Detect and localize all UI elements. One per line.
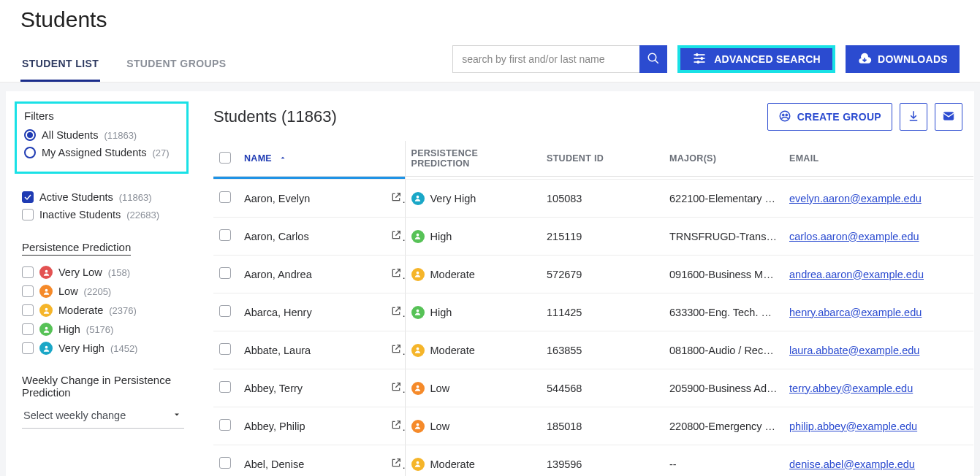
col-studentid-header[interactable]: STUDENT ID bbox=[541, 141, 664, 177]
email-link[interactable]: philip.abbey@example.edu bbox=[789, 421, 917, 432]
row-checkbox[interactable] bbox=[219, 191, 231, 203]
search-icon bbox=[647, 52, 660, 67]
cell-email: terry.abbey@example.edu bbox=[783, 369, 973, 407]
email-link[interactable]: laura.abbate@example.edu bbox=[789, 345, 919, 356]
filter-label: Inactive Students bbox=[39, 209, 121, 220]
search-input[interactable] bbox=[452, 45, 639, 73]
downloads-label: DOWNLOADS bbox=[878, 53, 948, 65]
filter-inactive-students[interactable]: Inactive Students (22683) bbox=[22, 209, 184, 220]
main-panel: Students (11863) CREATE GROUP bbox=[197, 91, 974, 476]
main-actions: CREATE GROUP bbox=[767, 103, 962, 131]
filter-label: Active Students bbox=[39, 191, 113, 203]
cell-name[interactable]: Aaron, Carlos bbox=[238, 218, 384, 256]
open-external-icon[interactable] bbox=[390, 193, 402, 205]
weekly-change-select[interactable]: Select weekly change bbox=[22, 403, 184, 429]
filter-active-students[interactable]: Active Students (11863) bbox=[22, 191, 184, 203]
open-external-icon[interactable] bbox=[390, 383, 402, 395]
scope-my-assigned[interactable]: My Assigned Students (27) bbox=[24, 147, 179, 158]
scope-all-students[interactable]: All Students (11863) bbox=[24, 129, 179, 141]
row-checkbox[interactable] bbox=[219, 229, 231, 241]
advanced-search-button[interactable]: ADVANCED SEARCH bbox=[677, 45, 835, 73]
cell-email: denise.abel@example.edu bbox=[783, 445, 973, 477]
filters-icon bbox=[692, 51, 707, 68]
svg-point-20 bbox=[417, 272, 419, 275]
cloud-download-icon bbox=[857, 51, 872, 68]
create-group-button[interactable]: CREATE GROUP bbox=[767, 103, 892, 131]
filter-level-very-low[interactable]: Very Low(158) bbox=[22, 266, 184, 279]
scope-label: All Students bbox=[42, 129, 98, 141]
cell-student-id: 215119 bbox=[541, 218, 664, 256]
cell-name[interactable]: Abel, Denise bbox=[238, 445, 384, 477]
row-checkbox[interactable] bbox=[219, 343, 231, 355]
filter-count: (1452) bbox=[110, 343, 138, 354]
email-link[interactable]: terry.abbey@example.edu bbox=[789, 383, 913, 394]
row-checkbox[interactable] bbox=[219, 381, 231, 393]
radio-icon bbox=[24, 129, 36, 141]
filter-level-low[interactable]: Low(2205) bbox=[22, 285, 184, 298]
page-body: Filters All Students (11863) My Assigned… bbox=[0, 82, 980, 476]
checkbox-icon bbox=[22, 323, 34, 335]
col-name-header[interactable]: NAME bbox=[238, 141, 384, 177]
filter-level-high[interactable]: High(5176) bbox=[22, 323, 184, 336]
filter-count: (22683) bbox=[126, 210, 159, 220]
email-link[interactable]: andrea.aaron@example.edu bbox=[789, 269, 924, 280]
open-external-icon[interactable] bbox=[390, 269, 402, 281]
table-row: Abbey, PhilipLow185018220800-Emergency M… bbox=[213, 407, 973, 445]
cell-email: carlos.aaron@example.edu bbox=[783, 218, 973, 256]
open-external-icon[interactable] bbox=[390, 459, 402, 471]
tab-student-groups[interactable]: STUDENT GROUPS bbox=[125, 50, 227, 82]
cell-name[interactable]: Aaron, Evelyn bbox=[238, 180, 384, 218]
email-link[interactable]: denise.abel@example.edu bbox=[789, 458, 915, 470]
email-link[interactable]: carlos.aaron@example.edu bbox=[789, 231, 919, 242]
downloads-button[interactable]: DOWNLOADS bbox=[846, 45, 960, 73]
col-prediction-header[interactable]: PERSISTENCE PREDICTION bbox=[405, 141, 541, 177]
tab-student-list[interactable]: STUDENT LIST bbox=[20, 50, 100, 82]
persistence-level-icon bbox=[411, 268, 425, 281]
cell-prediction: High bbox=[411, 306, 536, 319]
row-checkbox[interactable] bbox=[219, 457, 231, 469]
cell-student-id: 111425 bbox=[541, 293, 664, 331]
weekly-change-section: Weekly Change in Persistence Prediction bbox=[6, 364, 197, 399]
search-button[interactable] bbox=[639, 45, 667, 73]
persistence-level-icon bbox=[39, 342, 53, 355]
row-checkbox[interactable] bbox=[219, 305, 231, 317]
cell-name[interactable]: Abarca, Henry bbox=[238, 293, 384, 331]
persistence-level-icon bbox=[411, 458, 425, 471]
download-button[interactable] bbox=[900, 103, 927, 131]
cell-student-id: 544568 bbox=[541, 369, 664, 407]
cell-name[interactable]: Abbate, Laura bbox=[238, 331, 384, 369]
filter-level-moderate[interactable]: Moderate(2376) bbox=[22, 304, 184, 317]
checkbox-icon bbox=[219, 152, 231, 164]
page-header: Students STUDENT LIST STUDENT GROUPS ADV… bbox=[0, 0, 980, 82]
col-email-header[interactable]: EMAIL bbox=[783, 141, 973, 177]
row-checkbox[interactable] bbox=[219, 419, 231, 431]
email-link[interactable]: henry.abarca@example.edu bbox=[789, 307, 922, 318]
email-button[interactable] bbox=[935, 103, 962, 131]
filter-label: Low bbox=[58, 285, 78, 297]
open-external-icon[interactable] bbox=[390, 345, 402, 357]
select-placeholder: Select weekly change bbox=[23, 410, 126, 421]
email-link[interactable]: evelyn.aaron@example.edu bbox=[789, 193, 922, 204]
persistence-level-icon bbox=[39, 285, 53, 298]
cell-prediction: Very High bbox=[411, 192, 536, 205]
col-majors-header[interactable]: MAJOR(S) bbox=[664, 141, 783, 177]
row-checkbox[interactable] bbox=[219, 267, 231, 279]
open-external-icon[interactable] bbox=[390, 231, 402, 243]
cell-name[interactable]: Aaron, Andrea bbox=[238, 256, 384, 293]
svg-point-7 bbox=[697, 61, 699, 63]
svg-point-5 bbox=[696, 53, 698, 55]
col-checkbox[interactable] bbox=[213, 141, 238, 177]
open-external-icon[interactable] bbox=[390, 307, 402, 319]
filter-count: (2205) bbox=[84, 286, 112, 297]
cell-prediction: High bbox=[411, 230, 536, 243]
svg-point-23 bbox=[417, 385, 419, 388]
cell-name[interactable]: Abbey, Philip bbox=[238, 407, 384, 445]
header-row: STUDENT LIST STUDENT GROUPS ADVANCED SEA… bbox=[20, 45, 960, 82]
filter-level-very-high[interactable]: Very High(1452) bbox=[22, 342, 184, 355]
cell-email: andrea.aaron@example.edu bbox=[783, 256, 973, 293]
table-row: Abbate, LauraModerate163855081800-Audio … bbox=[213, 331, 973, 369]
open-external-icon[interactable] bbox=[390, 421, 402, 433]
page-title: Students bbox=[20, 7, 960, 32]
svg-point-0 bbox=[648, 53, 656, 61]
cell-name[interactable]: Abbey, Terry bbox=[238, 369, 384, 407]
